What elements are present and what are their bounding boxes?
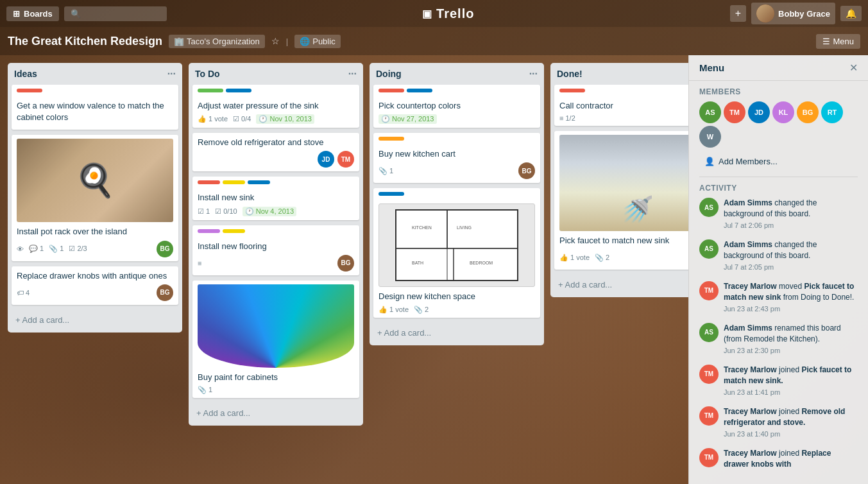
column-title-doing: Doing xyxy=(376,69,402,79)
star-button[interactable]: ☆ xyxy=(271,36,280,46)
activity-item-6: TM Tracey Marlow joined Remove old refri… xyxy=(699,406,858,439)
label-purple xyxy=(198,229,220,233)
card-done-2[interactable]: 🚿 Pick faucet to match new sink 👍 1 vote… xyxy=(554,131,688,270)
activity-time-4: Jun 23 at 2:30 pm xyxy=(724,346,858,356)
card-ideas-1[interactable]: Get a new window valence to match the ca… xyxy=(12,85,178,130)
sidebar-title: Menu xyxy=(699,62,724,73)
activity-text-6: Tracey Marlow joined Remove old refriger… xyxy=(724,406,858,439)
member-chip-w[interactable]: W xyxy=(699,126,721,148)
column-menu-ideas[interactable]: ··· xyxy=(167,68,176,80)
paperclip-meta: 📎 1 xyxy=(49,245,64,253)
card-title-todo3: Install new sink xyxy=(198,192,354,203)
column-todo: To Do ··· Adjust water pressure of the s… xyxy=(189,63,363,426)
sidebar-close-button[interactable]: ✕ xyxy=(849,62,858,74)
card-todo-1[interactable]: Adjust water pressure of the sink 👍 1 vo… xyxy=(192,85,359,128)
building-icon: 🏢 xyxy=(174,37,184,46)
card-title-2: Install pot rack over the island xyxy=(17,226,173,238)
card-todo-3[interactable]: Install new sink ☑ 1 ☑ 0/10 🕐 Nov 4, 201… xyxy=(192,177,359,220)
header-right-section: + Bobby Grace 🔔 xyxy=(730,3,862,24)
card-doing-2[interactable]: Buy new kitchen cart 📎 1 BG xyxy=(373,133,540,183)
svg-text:BEDROOM: BEDROOM xyxy=(470,261,493,265)
card-labels-done1 xyxy=(559,89,688,96)
card-title-doing3: Design new kitchen space xyxy=(379,291,535,302)
boards-button[interactable]: ⊞ Boards xyxy=(6,6,59,21)
activity-avatar-7: TM xyxy=(699,448,719,467)
activity-item-4: AS Adam Simms renamed this board (from R… xyxy=(699,323,858,356)
card-todo-5[interactable]: Buy paint for cabinets 📎 1 xyxy=(192,281,359,398)
card-ideas-3[interactable]: Replace drawer knobs with antique ones 🏷… xyxy=(12,266,178,305)
activity-avatar-3: TM xyxy=(699,281,719,300)
column-menu-doing[interactable]: ··· xyxy=(529,68,538,80)
members-grid: AS TM JD KL BG RT W xyxy=(699,101,858,148)
member-avatar-doing2: BG xyxy=(518,162,535,179)
sidebar: Menu ✕ Members AS TM JD KL BG RT W 👤 Add… xyxy=(688,55,868,484)
vote-meta: 👍 1 vote xyxy=(379,306,409,314)
activity-time-2: Jul 7 at 2:05 pm xyxy=(724,263,858,272)
member-avatar-3: BG xyxy=(157,284,173,301)
card-labels-doing1 xyxy=(379,89,535,96)
org-button[interactable]: 🏢 Taco's Organization xyxy=(169,35,265,48)
member-chip-jd[interactable]: JD xyxy=(748,101,770,123)
card-meta-doing1: 🕐 Nov 27, 2013 xyxy=(379,114,535,124)
globe-icon: 🌐 xyxy=(300,37,310,46)
add-button[interactable]: + xyxy=(730,5,746,22)
notifications-button[interactable]: 🔔 xyxy=(840,6,862,21)
card-todo-2[interactable]: Remove old refrigerator and stove JD TM xyxy=(192,133,359,171)
grid-icon: ⊞ xyxy=(13,9,20,19)
column-header-ideas: Ideas ··· xyxy=(8,63,182,85)
member-chip-kl[interactable]: KL xyxy=(772,101,794,123)
add-card-todo[interactable]: + Add a card... xyxy=(192,406,359,420)
pots-icon: 🍳 xyxy=(75,162,115,199)
date-meta-doing1: 🕐 Nov 27, 2013 xyxy=(379,114,437,124)
eye-meta: 👁 xyxy=(17,245,24,253)
card-labels-doing3 xyxy=(379,192,535,200)
column-footer-ideas: + Add a card... xyxy=(8,310,182,333)
comment-meta: 💬 1 xyxy=(29,245,44,253)
boards-label: Boards xyxy=(24,9,53,19)
card-title-todo4: Install new flooring xyxy=(198,241,354,252)
card-ideas-2[interactable]: 🍳 Install pot rack over the island 👁 💬 1… xyxy=(12,135,178,261)
checklist-meta: ≡ 1/2 xyxy=(559,114,575,122)
board-bar: The Great Kitchen Redesign 🏢 Taco's Orga… xyxy=(0,27,868,55)
add-card-doing[interactable]: + Add a card... xyxy=(373,325,540,340)
add-card-done[interactable]: + Add a card... xyxy=(554,277,688,292)
activity-text-5: Tracey Marlow joined Pick faucet to matc… xyxy=(724,365,858,397)
card-doing-1[interactable]: Pick countertop colors 🕐 Nov 27, 2013 xyxy=(373,85,540,128)
activity-avatar-4: AS xyxy=(699,323,719,342)
floorplan-svg: KITCHEN LIVING BATH BEDROOM xyxy=(393,207,521,284)
card-meta-todo3: ☑ 1 ☑ 0/10 🕐 Nov 4, 2013 xyxy=(198,207,354,216)
label-blue xyxy=(248,180,270,184)
menu-icon: ☰ xyxy=(822,37,830,46)
menu-label: Menu xyxy=(833,37,854,46)
add-members-button[interactable]: 👤 Add Members... xyxy=(699,153,858,170)
label-blue xyxy=(379,192,404,196)
card-image-floorplan: KITCHEN LIVING BATH BEDROOM xyxy=(379,203,535,287)
member-chip-tm[interactable]: TM xyxy=(724,101,745,123)
menu-toggle-button[interactable]: ☰ Menu xyxy=(816,34,860,49)
column-header-done: Done! ··· xyxy=(550,63,688,85)
member-avatar-todo2b: TM xyxy=(337,151,354,168)
member-chip-bg[interactable]: BG xyxy=(797,101,819,123)
trello-logo-icon: ▣ xyxy=(422,8,432,20)
checklist-meta: ☑ 2/3 xyxy=(69,245,87,253)
activity-user-2: Adam Simms xyxy=(724,240,772,249)
members-section-title: Members xyxy=(699,87,858,96)
vote-meta: 👍 1 vote xyxy=(559,254,590,262)
card-done-1[interactable]: Call contractor ≡ 1/2 xyxy=(554,85,688,126)
card-meta-todo2: JD TM xyxy=(198,151,354,168)
column-done: Done! ··· Call contractor ≡ 1/2 xyxy=(550,63,688,297)
member-chip-as[interactable]: AS xyxy=(699,101,721,123)
card-labels-doing2 xyxy=(379,137,535,144)
user-menu-button[interactable]: Bobby Grace xyxy=(751,3,835,24)
activity-item-7: TM Tracey Marlow joined Replace drawer k… xyxy=(699,448,858,470)
card-doing-3[interactable]: KITCHEN LIVING BATH BEDROOM Design new k… xyxy=(373,188,540,317)
column-menu-todo[interactable]: ··· xyxy=(348,68,357,80)
checklist-meta-a: ☑ 1 xyxy=(198,207,210,216)
search-input[interactable]: 🔍 xyxy=(64,6,167,21)
activity-item-5: TM Tracey Marlow joined Pick faucet to m… xyxy=(699,365,858,397)
activity-avatar-1: AS xyxy=(699,198,719,217)
add-card-ideas[interactable]: + Add a card... xyxy=(12,313,178,327)
visibility-button[interactable]: 🌐 Public xyxy=(294,35,340,48)
member-chip-rt[interactable]: RT xyxy=(821,101,843,123)
card-todo-4[interactable]: Install new flooring ≡ BG xyxy=(192,225,359,275)
